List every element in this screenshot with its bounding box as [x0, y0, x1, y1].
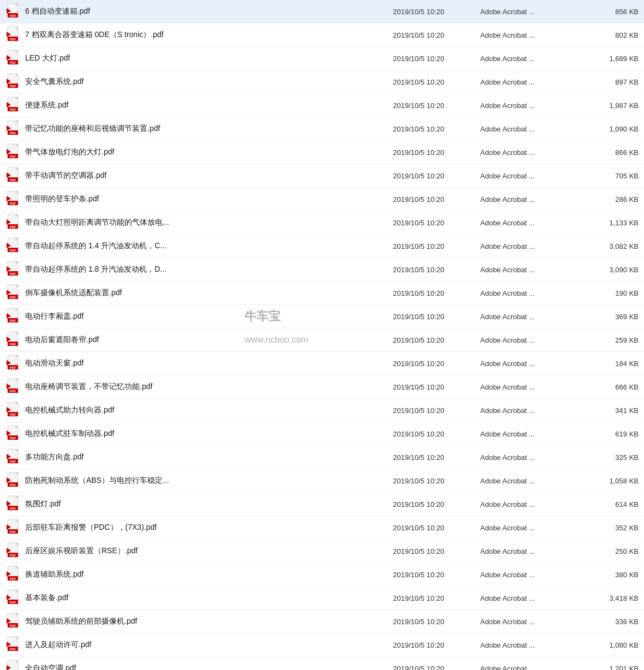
table-row[interactable]: PDF 带气体放电灯泡的大灯.pdf2019/10/5 10:20Adobe A… — [0, 141, 644, 164]
file-date: 2019/10/5 10:20 — [393, 618, 480, 626]
file-type: Adobe Acrobat ... — [480, 524, 589, 532]
table-row[interactable]: PDF 电动行李厢盖.pdf2019/10/5 10:20Adobe Acrob… — [0, 305, 644, 328]
table-row[interactable]: PDF 基本装备.pdf2019/10/5 10:20Adobe Acrobat… — [0, 587, 644, 610]
file-date: 2019/10/5 10:20 — [393, 453, 480, 462]
file-type: Adobe Acrobat ... — [480, 360, 589, 368]
pdf-file-icon: PDF — [5, 425, 23, 442]
file-name: 换道辅助系统.pdf — [25, 570, 393, 579]
file-type: Adobe Acrobat ... — [480, 313, 589, 321]
file-size: 614 KB — [589, 500, 639, 509]
file-type: Adobe Acrobat ... — [480, 336, 589, 344]
table-row[interactable]: PDF 防抱死制动系统（ABS）与电控行车稳定...2019/10/5 10:2… — [0, 469, 644, 493]
table-row[interactable]: PDF 便捷系统.pdf2019/10/5 10:20Adobe Acrobat… — [0, 94, 644, 117]
pdf-file-icon: PDF — [5, 167, 23, 184]
file-size: 856 KB — [589, 8, 639, 16]
pdf-file-icon: PDF — [5, 26, 23, 44]
file-size: 341 KB — [589, 406, 639, 415]
svg-text:PDF: PDF — [10, 413, 16, 416]
file-size: 3,082 KB — [589, 242, 639, 250]
file-date: 2019/10/5 10:20 — [393, 500, 480, 509]
file-date: 2019/10/5 10:20 — [393, 242, 480, 250]
table-row[interactable]: PDF 全自动空调.pdf2019/10/5 10:20Adobe Acroba… — [0, 657, 644, 670]
svg-text:PDF: PDF — [10, 390, 16, 393]
table-row[interactable]: PDF 驾驶员辅助系统的前部摄像机.pdf2019/10/5 10:20Adob… — [0, 610, 644, 633]
file-type: Adobe Acrobat ... — [480, 125, 589, 133]
pdf-file-icon: PDF — [5, 143, 23, 161]
file-type: Adobe Acrobat ... — [480, 430, 589, 438]
table-row[interactable]: PDF 电控机械式助力转向器.pdf2019/10/5 10:20Adobe A… — [0, 399, 644, 422]
pdf-file-icon: PDF — [5, 73, 23, 91]
table-row[interactable]: PDF 电控机械式驻车制动器.pdf2019/10/5 10:20Adobe A… — [0, 422, 644, 446]
table-row[interactable]: PDF 安全气囊系统.pdf2019/10/5 10:20Adobe Acrob… — [0, 70, 644, 94]
file-type: Adobe Acrobat ... — [480, 266, 589, 274]
pdf-file-icon: PDF — [5, 3, 23, 20]
pdf-file-icon: PDF — [5, 613, 23, 630]
file-name: 带自动起停系统的 1.4 升汽油发动机，C... — [25, 241, 393, 251]
file-date: 2019/10/5 10:20 — [393, 547, 480, 555]
file-type: Adobe Acrobat ... — [480, 618, 589, 626]
table-row[interactable]: PDF 后部驻车距离报警（PDC），(7X3).pdf2019/10/5 10:… — [0, 516, 644, 540]
table-row[interactable]: PDF 进入及起动许可.pdf2019/10/5 10:20Adobe Acro… — [0, 633, 644, 657]
file-type: Adobe Acrobat ... — [480, 571, 589, 579]
table-row[interactable]: PDF 换道辅助系统.pdf2019/10/5 10:20Adobe Acrob… — [0, 563, 644, 587]
file-type: Adobe Acrobat ... — [480, 55, 589, 63]
file-size: 1,080 KB — [589, 641, 639, 649]
file-size: 705 KB — [589, 172, 639, 180]
svg-text:PDF: PDF — [10, 202, 16, 205]
file-name: 6 档自动变速箱.pdf — [25, 7, 393, 16]
table-row[interactable]: PDF 后座区娱乐视听装置（RSE）.pdf2019/10/5 10:20Ado… — [0, 540, 644, 563]
file-type: Adobe Acrobat ... — [480, 31, 589, 39]
file-name: 电动后窗遮阳卷帘.pdf — [25, 335, 393, 345]
file-type: Adobe Acrobat ... — [480, 78, 589, 86]
file-size: 380 KB — [589, 571, 639, 579]
file-size: 190 KB — [589, 289, 639, 297]
file-size: 1,987 KB — [589, 101, 639, 110]
file-type: Adobe Acrobat ... — [480, 383, 589, 391]
table-row[interactable]: PDF 带自动起停系统的 1.4 升汽油发动机，C...2019/10/5 10… — [0, 235, 644, 258]
file-name: 全自动空调.pdf — [25, 663, 393, 670]
svg-text:PDF: PDF — [10, 178, 16, 182]
file-size: 184 KB — [589, 360, 639, 368]
file-date: 2019/10/5 10:20 — [393, 172, 480, 180]
file-name: 7 档双离合器变速箱 0DE（S tronic）.pdf — [25, 30, 393, 40]
svg-text:PDF: PDF — [10, 577, 16, 581]
file-date: 2019/10/5 10:20 — [393, 125, 480, 133]
pdf-file-icon: PDF — [5, 331, 23, 349]
pdf-file-icon: PDF — [5, 214, 23, 231]
file-size: 336 KB — [589, 618, 639, 626]
table-row[interactable]: PDF 多功能方向盘.pdf2019/10/5 10:20Adobe Acrob… — [0, 446, 644, 469]
file-name: 电动座椅调节装置，不带记忆功能.pdf — [25, 382, 393, 392]
file-name: 后部驻车距离报警（PDC），(7X3).pdf — [25, 523, 393, 533]
file-size: 866 KB — [589, 148, 639, 157]
table-row[interactable]: PDF 带自动大灯照明距离调节功能的气体放电...2019/10/5 10:20… — [0, 211, 644, 235]
table-row[interactable]: PDF 带记忆功能的座椅和后视镜调节装置.pdf2019/10/5 10:20A… — [0, 117, 644, 141]
file-size: 1,058 KB — [589, 477, 639, 485]
file-name: 驾驶员辅助系统的前部摄像机.pdf — [25, 617, 393, 626]
file-type: Adobe Acrobat ... — [480, 641, 589, 649]
file-size: 352 KB — [589, 524, 639, 532]
file-name: 电动行李厢盖.pdf — [25, 312, 393, 321]
table-row[interactable]: PDF 7 档双离合器变速箱 0DE（S tronic）.pdf2019/10/… — [0, 23, 644, 47]
svg-text:PDF: PDF — [10, 460, 16, 463]
svg-text:PDF: PDF — [10, 530, 16, 534]
svg-text:PDF: PDF — [10, 366, 16, 369]
table-row[interactable]: PDF 带自动起停系统的 1.8 升汽油发动机，D...2019/10/5 10… — [0, 258, 644, 282]
file-date: 2019/10/5 10:20 — [393, 55, 480, 63]
table-row[interactable]: PDF 电动后窗遮阳卷帘.pdf2019/10/5 10:20Adobe Acr… — [0, 328, 644, 352]
table-row[interactable]: PDF 电动滑动天窗.pdf2019/10/5 10:20Adobe Acrob… — [0, 352, 644, 375]
table-row[interactable]: PDF 6 档自动变速箱.pdf2019/10/5 10:20Adobe Acr… — [0, 0, 644, 23]
table-row[interactable]: PDF 倒车摄像机系统适配装置.pdf2019/10/5 10:20Adobe … — [0, 282, 644, 305]
table-row[interactable]: PDF LED 大灯.pdf2019/10/5 10:20Adobe Acrob… — [0, 47, 644, 70]
pdf-file-icon: PDF — [5, 402, 23, 419]
table-row[interactable]: PDF 带照明的登车护条.pdf2019/10/5 10:20Adobe Acr… — [0, 188, 644, 211]
file-date: 2019/10/5 10:20 — [393, 571, 480, 579]
table-row[interactable]: PDF 带手动调节的空调器.pdf2019/10/5 10:20Adobe Ac… — [0, 164, 644, 188]
file-date: 2019/10/5 10:20 — [393, 406, 480, 415]
file-size: 250 KB — [589, 547, 639, 555]
pdf-file-icon: PDF — [5, 284, 23, 302]
table-row[interactable]: PDF 氛围灯.pdf2019/10/5 10:20Adobe Acrobat … — [0, 493, 644, 516]
file-date: 2019/10/5 10:20 — [393, 665, 480, 671]
file-type: Adobe Acrobat ... — [480, 547, 589, 555]
file-size: 802 KB — [589, 31, 639, 39]
table-row[interactable]: PDF 电动座椅调节装置，不带记忆功能.pdf2019/10/5 10:20Ad… — [0, 375, 644, 399]
